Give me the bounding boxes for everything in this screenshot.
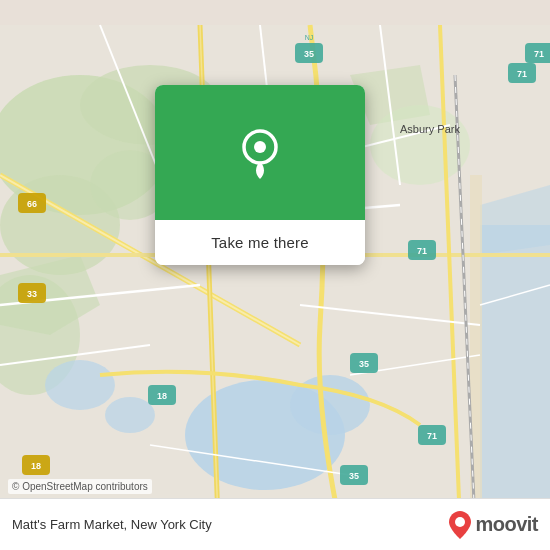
- svg-text:71: 71: [517, 69, 527, 79]
- bottom-bar: Matt's Farm Market, New York City moovit: [0, 498, 550, 550]
- take-me-there-button[interactable]: Take me there: [155, 220, 365, 265]
- svg-text:Asbury Park: Asbury Park: [400, 123, 460, 135]
- svg-point-8: [370, 105, 470, 185]
- svg-text:71: 71: [427, 431, 437, 441]
- svg-text:35: 35: [304, 49, 314, 59]
- svg-point-61: [254, 141, 266, 153]
- svg-text:66: 66: [27, 199, 37, 209]
- svg-text:71: 71: [534, 49, 544, 59]
- moovit-logo: moovit: [449, 511, 538, 539]
- moovit-pin-icon: [449, 511, 471, 539]
- copyright-text: © OpenStreetMap contributors: [8, 479, 152, 494]
- svg-text:18: 18: [157, 391, 167, 401]
- svg-point-11: [45, 360, 115, 410]
- svg-text:35: 35: [359, 359, 369, 369]
- location-label: Matt's Farm Market, New York City: [12, 517, 212, 532]
- svg-text:NJ: NJ: [305, 34, 314, 41]
- svg-point-62: [455, 517, 465, 527]
- svg-text:33: 33: [27, 289, 37, 299]
- moovit-label: moovit: [475, 513, 538, 536]
- map-container: 35 NJ 71 66 33 71 35 18 18 71 35 71: [0, 0, 550, 550]
- svg-text:35: 35: [349, 471, 359, 481]
- svg-text:71: 71: [417, 246, 427, 256]
- map-background: 35 NJ 71 66 33 71 35 18 18 71 35 71: [0, 0, 550, 550]
- svg-text:18: 18: [31, 461, 41, 471]
- location-card: Take me there: [155, 85, 365, 265]
- svg-point-12: [105, 397, 155, 433]
- svg-rect-13: [480, 225, 550, 525]
- location-pin-icon: [234, 127, 286, 179]
- card-map-green: [155, 85, 365, 220]
